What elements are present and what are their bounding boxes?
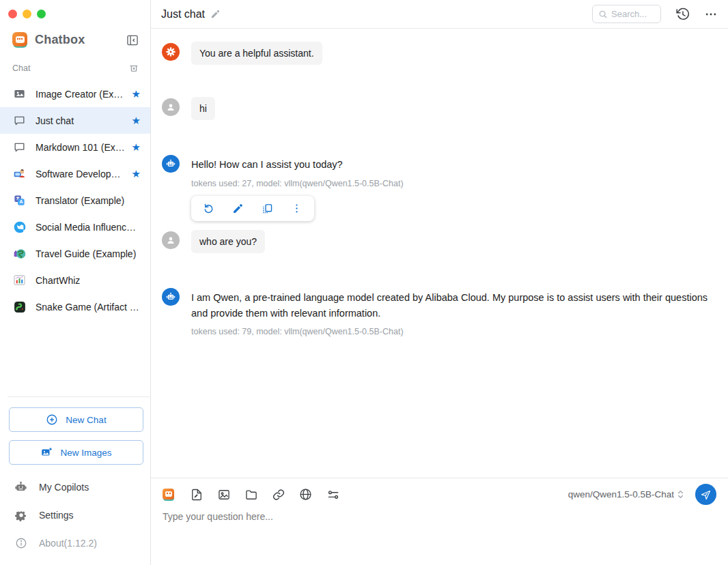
- travel-globe-icon: [12, 246, 27, 261]
- plus-circle-icon: [46, 414, 58, 426]
- robot-icon: [14, 480, 27, 493]
- sliders-icon[interactable]: [326, 487, 340, 502]
- my-copilots-label: My Copilots: [39, 482, 89, 493]
- about-label: About(1.12.2): [39, 538, 97, 549]
- composer-toolbar: qwen/Qwen1.5-0.5B-Chat: [163, 486, 716, 503]
- more-horizontal-icon[interactable]: [704, 8, 718, 21]
- zoom-button[interactable]: [37, 10, 46, 18]
- user-avatar: [162, 98, 180, 116]
- sidebar-item-translator[interactable]: A Translator (Example): [0, 187, 150, 214]
- chatbox-window: Chatbox Chat Image Creator (Ex… ★: [0, 0, 728, 565]
- model-chevrons-icon: [676, 489, 685, 499]
- message-meta: tokens used: 79, model: vllm(qwen/Qwen1.…: [191, 327, 712, 336]
- search-box[interactable]: [592, 5, 661, 23]
- info-icon: [14, 536, 27, 549]
- sidebar-item-travel-guide[interactable]: Travel Guide (Example): [0, 240, 150, 267]
- message-list: You are a helpful assistant. hi Hello! H…: [151, 29, 728, 478]
- sidebar-item-snake-game[interactable]: Snake Game (Artifact E…: [0, 293, 150, 320]
- search-icon: [598, 10, 608, 19]
- web-globe-icon[interactable]: [298, 487, 313, 502]
- message-text: You are a helpful assistant.: [191, 42, 322, 65]
- composer: qwen/Qwen1.5-0.5B-Chat: [151, 478, 728, 565]
- chat-bubble-icon: [12, 113, 27, 128]
- regenerate-icon[interactable]: [203, 203, 214, 214]
- file-pen-icon[interactable]: [189, 487, 204, 502]
- developer-icon: [12, 166, 27, 181]
- chat-item-label: Image Creator (Ex…: [36, 89, 128, 100]
- assistant-robot-avatar: [162, 155, 180, 173]
- conversation-header: Just chat: [151, 0, 728, 29]
- chat-item-label: Just chat: [36, 115, 128, 126]
- sidebar-spacer: [0, 320, 150, 396]
- star-icon[interactable]: ★: [132, 115, 141, 126]
- app-brand: Chatbox: [0, 32, 150, 48]
- message-text: Hello! How can I assist you today?: [191, 154, 404, 172]
- history-icon[interactable]: [675, 7, 690, 21]
- minimize-button[interactable]: [23, 10, 31, 18]
- star-icon[interactable]: ★: [132, 169, 141, 179]
- star-icon[interactable]: ★: [132, 142, 141, 152]
- message-text: who are you?: [191, 230, 265, 253]
- sidebar-item-image-creator[interactable]: Image Creator (Ex… ★: [0, 81, 150, 107]
- settings-label: Settings: [39, 510, 74, 521]
- chat-item-label: ChartWhiz: [36, 275, 141, 286]
- sidebar-item-social-media-influencer[interactable]: Social Media Influencer …: [0, 214, 150, 240]
- message-assistant: I am Qwen, a pre-trained language model …: [162, 287, 717, 336]
- message-user: hi: [162, 97, 717, 120]
- sidebar-item-settings[interactable]: Settings: [0, 501, 150, 529]
- chat-item-label: Translator (Example): [36, 195, 141, 206]
- system-gear-avatar: [162, 43, 180, 61]
- message-system: You are a helpful assistant.: [162, 42, 717, 65]
- chart-icon: [12, 273, 27, 287]
- model-name: qwen/Qwen1.5-0.5B-Chat: [568, 489, 674, 499]
- chat-item-label: Travel Guide (Example): [36, 248, 141, 259]
- chatbox-logo-icon[interactable]: [163, 489, 175, 501]
- gear-icon: [14, 508, 27, 521]
- folder-icon[interactable]: [244, 487, 258, 502]
- image-icon: [12, 87, 27, 101]
- edit-pencil-icon[interactable]: [210, 9, 221, 19]
- snake-game-icon: [12, 300, 27, 314]
- sidebar-item-about[interactable]: About(1.12.2): [0, 529, 150, 557]
- sidebar-item-just-chat[interactable]: Just chat ★: [0, 107, 150, 134]
- chat-item-label: Markdown 101 (Ex…: [36, 142, 128, 153]
- send-button[interactable]: [695, 484, 716, 505]
- chat-section-header: Chat: [0, 63, 150, 74]
- message-text: I am Qwen, a pre-trained language model …: [191, 287, 712, 321]
- collapse-sidebar-icon[interactable]: [126, 33, 139, 47]
- window-controls: [0, 10, 150, 18]
- message-text: hi: [191, 97, 215, 120]
- star-icon[interactable]: ★: [132, 89, 141, 99]
- model-selector[interactable]: qwen/Qwen1.5-0.5B-Chat: [568, 489, 685, 499]
- chat-item-label: Software Develop…: [36, 169, 128, 179]
- new-images-label: New Images: [60, 448, 111, 458]
- app-title: Chatbox: [35, 33, 126, 47]
- close-button[interactable]: [8, 10, 17, 18]
- new-chat-button[interactable]: New Chat: [9, 407, 143, 432]
- message-input[interactable]: [163, 511, 716, 552]
- user-avatar: [162, 231, 180, 249]
- twitter-icon: [12, 220, 27, 234]
- message-action-toolbar: [191, 196, 314, 221]
- send-icon: [700, 489, 712, 500]
- sidebar-item-software-developer[interactable]: Software Develop… ★: [0, 160, 150, 187]
- edit-icon[interactable]: [232, 203, 244, 214]
- assistant-robot-avatar: [162, 288, 180, 306]
- chat-item-label: Snake Game (Artifact E…: [36, 302, 141, 313]
- search-input[interactable]: [611, 9, 652, 19]
- clear-chats-icon[interactable]: [128, 63, 139, 74]
- svg-text:A: A: [19, 199, 23, 205]
- more-vertical-icon[interactable]: [291, 203, 303, 214]
- image-attach-icon[interactable]: [216, 487, 231, 502]
- message-assistant: Hello! How can I assist you today? token…: [162, 154, 717, 220]
- link-icon[interactable]: [271, 487, 285, 502]
- sidebar-item-my-copilots[interactable]: My Copilots: [0, 473, 150, 501]
- message-meta: tokens used: 27, model: vllm(qwen/Qwen1.…: [191, 179, 404, 188]
- image-plus-icon: [40, 446, 53, 459]
- chat-section-label: Chat: [12, 63, 30, 73]
- new-images-button[interactable]: New Images: [9, 440, 143, 465]
- sidebar-item-markdown-101[interactable]: Markdown 101 (Ex… ★: [0, 134, 150, 160]
- sidebar-item-chartwhiz[interactable]: ChartWhiz: [0, 267, 150, 293]
- copy-icon[interactable]: [262, 203, 273, 214]
- conversation-title: Just chat: [161, 8, 205, 20]
